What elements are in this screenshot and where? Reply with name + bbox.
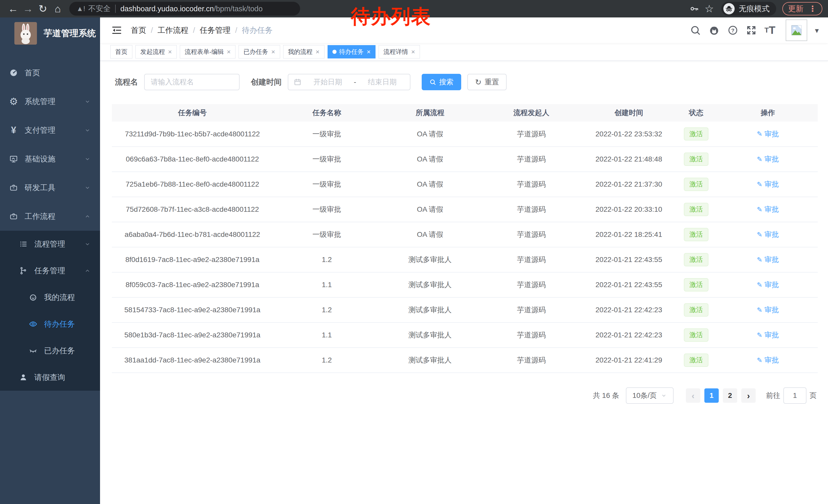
total-count: 共 16 条 <box>593 391 619 401</box>
password-key-icon[interactable] <box>687 1 702 16</box>
navbar: 首页 / 工作流程 / 任务管理 / 待办任务 <box>100 17 828 43</box>
sidebar-item-process-mgmt[interactable]: 流程管理 <box>0 231 100 258</box>
edit-pen-icon: ✎ <box>757 256 762 264</box>
sidebar: 芋道管理系统 首页⚙系统管理¥支付管理基础设施研发工具工作流程流程管理任务管理我… <box>0 17 100 504</box>
tab-首页[interactable]: 首页 <box>110 45 132 58</box>
page-button-2[interactable]: 2 <box>723 388 737 403</box>
incognito-badge[interactable]: 无痕模式 <box>721 2 776 16</box>
sidebar-item-payment[interactable]: ¥支付管理 <box>0 116 100 145</box>
approve-button[interactable]: ✎审批 <box>757 255 779 265</box>
approve-button[interactable]: ✎审批 <box>757 280 779 290</box>
status-badge: 激活 <box>684 203 708 216</box>
table-cell: 芋道源码 <box>480 172 583 197</box>
sidebar-item-infra[interactable]: 基础设施 <box>0 145 100 173</box>
refresh-icon: ↻ <box>475 78 482 87</box>
sidebar-item-done-task[interactable]: 已办任务 <box>0 337 100 364</box>
tab-close-icon[interactable]: × <box>271 48 275 56</box>
breadcrumb-home[interactable]: 首页 <box>131 25 146 36</box>
tab-已办任务[interactable]: 已办任务× <box>239 45 280 58</box>
table-cell: 芋道源码 <box>480 247 583 272</box>
approve-button[interactable]: ✎审批 <box>757 154 779 164</box>
font-size-icon[interactable]: TT <box>764 25 776 36</box>
table-cell: 芋道源码 <box>480 348 583 373</box>
status-cell: 激活 <box>674 122 718 147</box>
sidebar-item-my-process[interactable]: 我的流程 <box>0 284 100 311</box>
table-cell: 2022-01-22 23:53:32 <box>583 122 674 147</box>
browser-forward-icon[interactable]: → <box>20 1 35 16</box>
sidebar-item-workflow[interactable]: 工作流程 <box>0 202 100 231</box>
table-cell: 芋道源码 <box>480 297 583 322</box>
table-row: 58154733-7ac8-11ec-a9e2-a2380e71991a1.2测… <box>112 297 818 322</box>
table-cell: 测试多审批人 <box>381 272 480 297</box>
sidebar-item-task-mgmt[interactable]: 任务管理 <box>0 258 100 284</box>
approve-button[interactable]: ✎审批 <box>757 355 779 365</box>
prev-page-button[interactable]: ‹ <box>686 388 700 403</box>
approve-button[interactable]: ✎审批 <box>757 179 779 189</box>
table-cell: 芋道源码 <box>480 322 583 348</box>
app-logo <box>14 22 37 45</box>
address-bar[interactable]: ▲! 不安全 dashboard.yudao.iocoder.cn/bpm/ta… <box>69 2 300 16</box>
browser-back-icon[interactable]: ← <box>6 1 20 16</box>
approve-button[interactable]: ✎审批 <box>757 129 779 139</box>
next-page-button[interactable]: › <box>741 388 756 403</box>
sidebar-item-home[interactable]: 首页 <box>0 58 100 87</box>
sidebar-fold-icon[interactable] <box>111 25 122 36</box>
approve-button[interactable]: ✎审批 <box>757 204 779 214</box>
search-icon[interactable] <box>690 25 701 36</box>
tab-流程表单-编辑[interactable]: 流程表单-编辑× <box>180 45 236 58</box>
process-name-input[interactable] <box>144 74 240 90</box>
tab-流程详情[interactable]: 流程详情× <box>379 45 420 58</box>
tab-发起流程[interactable]: 发起流程× <box>135 45 177 58</box>
sidebar-item-leave-query[interactable]: 请假查询 <box>0 364 100 391</box>
table-cell: OA 请假 <box>381 197 480 222</box>
browser-home-icon[interactable]: ⌂ <box>50 1 65 16</box>
incognito-icon <box>723 3 735 14</box>
sidebar-item-devtools[interactable]: 研发工具 <box>0 173 100 202</box>
pagination: 共 16 条 10条/页 ‹ 12 › 前往 页 <box>112 387 817 404</box>
browser-update-button[interactable]: 更新 ⋮ <box>782 2 822 15</box>
approve-button[interactable]: ✎审批 <box>757 230 779 239</box>
status-badge: 激活 <box>684 354 708 367</box>
tab-close-icon[interactable]: × <box>316 48 320 56</box>
breadcrumb-task-mgmt[interactable]: 任务管理 <box>200 25 231 36</box>
avatar[interactable] <box>786 19 807 41</box>
table-row: a6aba0a4-7b6d-11ec-b781-acde48001122一级审批… <box>112 222 818 247</box>
page-size-select[interactable]: 10条/页 <box>626 387 673 404</box>
tree-icon <box>19 266 28 275</box>
tab-close-icon[interactable]: × <box>168 48 172 56</box>
table-cell: 75d72608-7b7f-11ec-a3c8-acde48001122 <box>112 197 273 222</box>
table-cell: 芋道源码 <box>480 122 583 147</box>
filter-form: 流程名 创建时间 开始日期 - 结束日期 搜索 <box>115 74 817 90</box>
help-icon[interactable]: ? <box>728 25 738 36</box>
browser-menu-dots-icon[interactable]: ⋮ <box>809 4 817 13</box>
tab-close-icon[interactable]: × <box>367 48 371 56</box>
approve-button[interactable]: ✎审批 <box>757 330 779 340</box>
app-logo-row[interactable]: 芋道管理系统 <box>0 17 100 49</box>
browser-reload-icon[interactable]: ↻ <box>35 1 50 16</box>
caret-down-icon[interactable]: ▾ <box>815 26 819 35</box>
date-range-picker[interactable]: 开始日期 - 结束日期 <box>288 74 410 90</box>
reset-button[interactable]: ↻ 重置 <box>467 74 507 90</box>
tab-我的流程[interactable]: 我的流程× <box>283 45 325 58</box>
tab-待办任务[interactable]: 待办任务× <box>328 45 376 58</box>
page-button-1[interactable]: 1 <box>704 388 719 403</box>
status-badge: 激活 <box>684 328 708 341</box>
github-icon[interactable] <box>708 25 720 36</box>
tab-close-icon[interactable]: × <box>227 48 231 56</box>
sidebar-item-system[interactable]: ⚙系统管理 <box>0 87 100 116</box>
chevron-down-icon <box>84 127 91 134</box>
edit-pen-icon: ✎ <box>757 180 762 188</box>
table-row: 8f059c03-7ac8-11ec-a9e2-a2380e71991a1.1测… <box>112 272 818 297</box>
security-warning-icon: ▲! <box>76 5 85 13</box>
bookmark-star-icon[interactable]: ☆ <box>702 1 717 16</box>
approve-button[interactable]: ✎审批 <box>757 305 779 315</box>
search-button[interactable]: 搜索 <box>422 74 461 90</box>
fullscreen-icon[interactable] <box>746 25 757 36</box>
table-row: 8f0d1619-7ac8-11ec-a9e2-a2380e71991a1.2测… <box>112 247 818 272</box>
breadcrumb-workflow[interactable]: 工作流程 <box>158 25 188 36</box>
sidebar-item-todo-task[interactable]: 待办任务 <box>0 311 100 337</box>
goto-page-input[interactable] <box>783 387 806 404</box>
edit-pen-icon: ✎ <box>757 130 762 138</box>
tab-close-icon[interactable]: × <box>411 48 415 56</box>
incognito-label: 无痕模式 <box>739 4 770 14</box>
